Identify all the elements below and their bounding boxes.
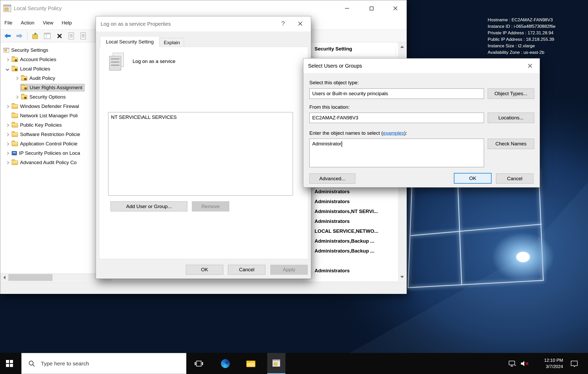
taskbar-search[interactable]: Type here to search (21, 353, 186, 374)
tree-label: Windows Defender Firewal (20, 104, 79, 109)
export-list-button[interactable] (79, 32, 87, 40)
status-bar (0, 282, 407, 294)
edge-button[interactable] (216, 353, 234, 374)
network-tray-button[interactable] (506, 353, 518, 374)
dialog-titlebar[interactable]: Log on as a service Properties ? (96, 16, 311, 31)
ok-button[interactable]: OK (186, 265, 223, 275)
delete-button[interactable] (55, 32, 63, 40)
tree-item-network-list-manager[interactable]: Network List Manager Poli (0, 111, 112, 120)
expander[interactable] (4, 68, 11, 70)
back-arrow-icon (4, 33, 11, 39)
task-view-button[interactable] (190, 353, 208, 374)
close-button[interactable] (522, 59, 538, 73)
tree-item-application-control[interactable]: Application Control Policie (0, 139, 112, 149)
menu-action[interactable]: Action (17, 16, 39, 29)
properties-button[interactable] (67, 32, 75, 40)
export-icon (32, 33, 39, 39)
scroll-down-button[interactable] (398, 273, 406, 281)
details-row[interactable]: Administrators (315, 216, 396, 226)
details-row[interactable]: Administrators,Backup ... (315, 246, 396, 256)
chevron-right-icon (15, 95, 18, 99)
details-row[interactable]: Administrators (315, 187, 396, 197)
tree-item-ip-security-policies[interactable]: IP Security Policies on Loca (0, 149, 112, 158)
details-row[interactable]: Administrators (315, 197, 396, 207)
tree-label: Account Policies (20, 57, 56, 62)
check-names-button[interactable]: Check Names (488, 139, 534, 149)
action-center-button[interactable] (568, 353, 580, 374)
tree-item-user-rights-assignment[interactable]: User Rights Assignment (0, 83, 112, 92)
start-button[interactable] (0, 353, 19, 374)
expander[interactable] (4, 162, 11, 164)
tree-item-security-settings[interactable]: Security Settings (0, 46, 112, 55)
object-names-input[interactable]: Administrator (309, 139, 484, 167)
apply-button: Apply (270, 265, 308, 275)
window-titlebar[interactable]: Local Security Policy (0, 0, 407, 16)
scroll-up-button[interactable] (398, 42, 406, 51)
console-tree-button[interactable] (43, 32, 51, 40)
tab-local-security-setting[interactable]: Local Security Setting (100, 36, 160, 47)
object-type-field[interactable]: Users or Built-in security principals (309, 88, 484, 99)
details-row[interactable]: Administrators,Backup ... (315, 236, 396, 246)
menu-view[interactable]: View (38, 16, 57, 29)
forward-button[interactable] (15, 32, 24, 40)
expander[interactable] (13, 77, 20, 80)
policy-icon-front (109, 56, 121, 70)
local-security-policy-taskbar-button[interactable] (267, 353, 285, 374)
location-field[interactable]: EC2AMAZ-FAN98V3 (309, 113, 484, 123)
expander[interactable] (4, 143, 11, 145)
add-user-or-group-button[interactable]: Add User or Group... (110, 201, 187, 211)
tab-explain[interactable]: Explain (160, 38, 184, 47)
expander[interactable] (4, 152, 11, 154)
clock-time: 12:10 PM (544, 357, 563, 364)
chevron-right-icon (6, 124, 9, 127)
tree-item-windows-defender-firewall[interactable]: Windows Defender Firewal (0, 102, 112, 111)
object-types-button[interactable]: Object Types... (488, 88, 534, 99)
taskbar-clock[interactable]: 12:10 PM 3/7/2024 (529, 353, 564, 374)
menu-file[interactable]: File (0, 16, 17, 29)
details-row[interactable]: LOCAL SERVICE,NETWO... (315, 226, 396, 236)
column-header-security-setting[interactable]: Security Setting (315, 46, 352, 52)
menu-help[interactable]: Help (57, 16, 76, 29)
export-button[interactable] (31, 32, 40, 40)
list-item[interactable]: NT SERVICE\ALL SERVICES (111, 114, 177, 120)
details-row[interactable]: Administrators (315, 266, 396, 276)
tree-item-audit-policy[interactable]: Audit Policy (0, 74, 112, 83)
expander[interactable] (4, 133, 11, 136)
expander[interactable] (4, 105, 11, 108)
text-cursor (342, 141, 342, 147)
close-button[interactable] (387, 0, 404, 16)
tree-label: Audit Policy (29, 75, 55, 81)
tree-item-public-key-policies[interactable]: Public Key Policies (0, 120, 112, 130)
horizontal-scrollbar[interactable] (0, 273, 112, 281)
policy-folder-icon (21, 86, 28, 90)
toolbar-separator (27, 32, 28, 40)
tree-item-account-policies[interactable]: Account Policies (0, 55, 112, 64)
expander[interactable] (4, 124, 11, 126)
scroll-left-button[interactable] (0, 274, 8, 281)
tree-item-security-options[interactable]: Security Options (0, 92, 112, 102)
locations-button[interactable]: Locations... (488, 113, 534, 123)
tree-item-local-policies[interactable]: Local Policies (0, 64, 112, 74)
assigned-principals-list[interactable]: NT SERVICE\ALL SERVICES (108, 112, 293, 196)
scroll-thumb[interactable] (8, 274, 53, 281)
maximize-button[interactable] (363, 0, 380, 16)
help-button[interactable]: ? (276, 16, 291, 31)
file-explorer-button[interactable] (242, 353, 260, 374)
details-row[interactable]: Administrators,NT SERVI... (315, 207, 396, 216)
examples-link[interactable]: examples (383, 130, 404, 136)
expander[interactable] (4, 59, 11, 61)
tree-item-advanced-audit-policy[interactable]: Advanced Audit Policy Co (0, 158, 112, 167)
minimize-button[interactable] (338, 0, 356, 16)
expander[interactable] (13, 96, 20, 98)
scroll-down-icon (400, 276, 404, 278)
column-separator[interactable] (396, 47, 396, 57)
chevron-right-icon (6, 105, 9, 108)
close-button[interactable] (293, 16, 308, 31)
tree-item-software-restriction[interactable]: Software Restriction Policie (0, 130, 112, 139)
dialog-titlebar[interactable]: Select Users or Groups (303, 59, 540, 73)
back-button[interactable] (3, 32, 12, 40)
cancel-button[interactable]: Cancel (496, 173, 533, 184)
ok-button[interactable]: OK (454, 173, 492, 184)
cancel-button[interactable]: Cancel (228, 265, 265, 275)
advanced-button[interactable]: Advanced... (309, 173, 355, 184)
